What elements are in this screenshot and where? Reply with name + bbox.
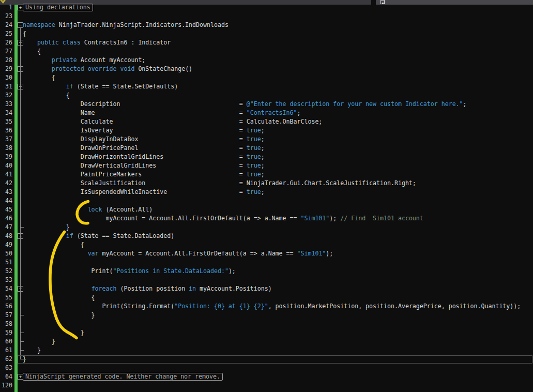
code-line[interactable]: 30 { <box>0 73 533 82</box>
code-text: DisplayInDataBox = true; <box>23 135 265 144</box>
code-line[interactable]: 37 DisplayInDataBox = true; <box>0 135 533 144</box>
code-line[interactable]: 1+Using declarations <box>0 3 533 12</box>
code-token: ; <box>261 135 265 143</box>
line-number: 36 <box>0 126 12 135</box>
code-token: NinjaTrader.Gui.Chart.ScaleJustification… <box>247 179 416 187</box>
code-text: namespace NinjaTrader.NinjaScript.Indica… <box>23 21 229 29</box>
line-number: 64 <box>0 372 12 381</box>
code-line[interactable]: 44 <box>0 197 533 205</box>
code-line[interactable]: 27 { <box>0 47 533 56</box>
code-token: myAccount = Account.All.FirstOrDefault(a… <box>99 250 297 257</box>
code-line[interactable]: 33 Description = @"Enter the description… <box>0 100 533 109</box>
code-token <box>59 39 63 46</box>
line-number: 24 <box>0 21 12 29</box>
code-text: } <box>23 328 84 337</box>
code-line[interactable]: 61 } <box>0 346 533 355</box>
keyword-token: foreach <box>92 285 117 292</box>
line-number: 48 <box>0 232 12 240</box>
code-line[interactable]: 59 } <box>0 328 533 337</box>
code-line[interactable]: 120 <box>0 381 533 390</box>
keyword-token: private <box>52 56 77 64</box>
code-token: ); <box>229 267 236 275</box>
code-token: ); <box>326 250 333 257</box>
string-token: "Positions in State.DataLoaded:" <box>113 267 229 275</box>
code-line[interactable]: 48− if (State == State.DataLoaded) <box>0 232 533 240</box>
code-line[interactable]: 45 lock (Account.All) <box>0 205 533 214</box>
string-token: @"Enter the description for your new cus… <box>247 100 463 108</box>
code-token: ScaleJustification = <box>23 179 247 187</box>
fold-outline-end-tick <box>20 315 24 315</box>
code-line[interactable]: 52 Print("Positions in State.DataLoaded:… <box>0 267 533 276</box>
code-text: private Account myAccount; <box>23 56 145 65</box>
code-line[interactable]: 53 <box>0 276 533 284</box>
code-line[interactable]: 29− protected override void OnStateChang… <box>0 65 533 73</box>
code-line[interactable]: 55 { <box>0 293 533 302</box>
keyword-token: in <box>189 285 196 292</box>
code-token: Calculate = <box>23 118 247 125</box>
line-number: 28 <box>0 56 12 65</box>
line-number: 42 <box>0 179 12 188</box>
code-rows: 1+Using declarations2324−namespace Ninja… <box>0 3 533 390</box>
line-number: 40 <box>0 161 12 170</box>
code-line[interactable]: 43 IsSuspendedWhileInactive = true; <box>0 188 533 197</box>
code-line[interactable]: 54− foreach (Position position in myAcco… <box>0 284 533 293</box>
line-number: 27 <box>0 47 12 56</box>
code-line[interactable]: 34 Name = "ContractsIn6"; <box>0 109 533 117</box>
code-token <box>23 39 37 46</box>
line-number: 30 <box>0 73 12 82</box>
keyword-token: true <box>247 153 261 160</box>
code-text: DrawVerticalGridLines = true; <box>23 161 265 170</box>
collapsed-region-box[interactable]: NinjaScript generated code. Neither chan… <box>23 373 223 381</box>
code-line[interactable]: 40 DrawVerticalGridLines = true; <box>0 161 533 170</box>
code-text: { <box>23 240 84 249</box>
code-token: (Account.All) <box>102 206 153 213</box>
collapsed-region-box[interactable]: Using declarations <box>23 4 93 11</box>
code-line[interactable]: 36 IsOverlay = true; <box>0 126 533 135</box>
line-number: 51 <box>0 258 12 267</box>
code-line[interactable]: 47 } <box>0 223 533 232</box>
line-number: 38 <box>0 144 12 153</box>
code-line[interactable]: 57 } <box>0 311 533 320</box>
code-token: (Position position <box>117 285 189 292</box>
code-line[interactable]: 35 Calculate = Calculate.OnBarClose; <box>0 117 533 126</box>
code-text: { <box>23 73 55 82</box>
code-line[interactable]: 32 { <box>0 91 533 100</box>
code-line[interactable]: 49 { <box>0 240 533 249</box>
code-token: ; <box>261 144 265 152</box>
code-line[interactable]: 42 ScaleJustification = NinjaTrader.Gui.… <box>0 179 533 188</box>
code-token: (State == State.SetDefaults) <box>73 83 178 90</box>
code-line[interactable]: 31− if (State == State.SetDefaults) <box>0 82 533 91</box>
line-number: 25 <box>0 29 12 38</box>
code-line[interactable]: 38 DrawOnPricePanel = true; <box>0 144 533 153</box>
code-line[interactable]: 51 <box>0 258 533 267</box>
code-text: } <box>23 223 70 232</box>
code-token: DrawOnPricePanel = <box>23 144 247 152</box>
keyword-token: class <box>63 39 81 46</box>
code-token: { <box>23 30 26 37</box>
code-token: , position.MarketPosition, position.Aver… <box>268 303 521 310</box>
code-line[interactable]: 24−namespace NinjaTrader.NinjaScript.Ind… <box>0 21 533 29</box>
line-number: 46 <box>0 214 12 223</box>
code-line[interactable]: 28 private Account myAccount; <box>0 56 533 65</box>
code-line[interactable]: 39 DrawHorizontalGridLines = true; <box>0 153 533 161</box>
code-token: } <box>23 223 70 231</box>
code-line[interactable]: 64+NinjaScript generated code. Neither c… <box>0 372 533 381</box>
code-token: IsSuspendedWhileInactive = <box>23 188 247 195</box>
code-line[interactable]: 50 var myAccount = Account.All.FirstOrDe… <box>0 249 533 258</box>
line-number: 55 <box>0 293 12 302</box>
line-number: 52 <box>0 267 12 276</box>
code-text: Name = "ContractsIn6"; <box>23 109 300 117</box>
code-token: myAccount = Account.All.FirstOrDefault(a… <box>23 215 300 222</box>
code-text: { <box>23 293 95 302</box>
code-line[interactable]: 41 PaintPriceMarkers = true; <box>0 170 533 179</box>
code-line[interactable]: 63 <box>0 364 533 372</box>
code-line[interactable]: 26− public class ContractsIn6 : Indicato… <box>0 38 533 47</box>
code-line[interactable]: 58 <box>0 320 533 328</box>
code-line[interactable]: 46 myAccount = Account.All.FirstOrDefaul… <box>0 214 533 223</box>
code-line[interactable]: 60 } <box>0 337 533 346</box>
code-line[interactable]: 23 <box>0 12 533 21</box>
code-line[interactable]: 25{ <box>0 29 533 38</box>
code-line[interactable]: 56 Print(String.Format("Position: {0} at… <box>0 302 533 311</box>
code-text: PaintPriceMarkers = true; <box>23 170 265 179</box>
code-token <box>23 232 66 239</box>
